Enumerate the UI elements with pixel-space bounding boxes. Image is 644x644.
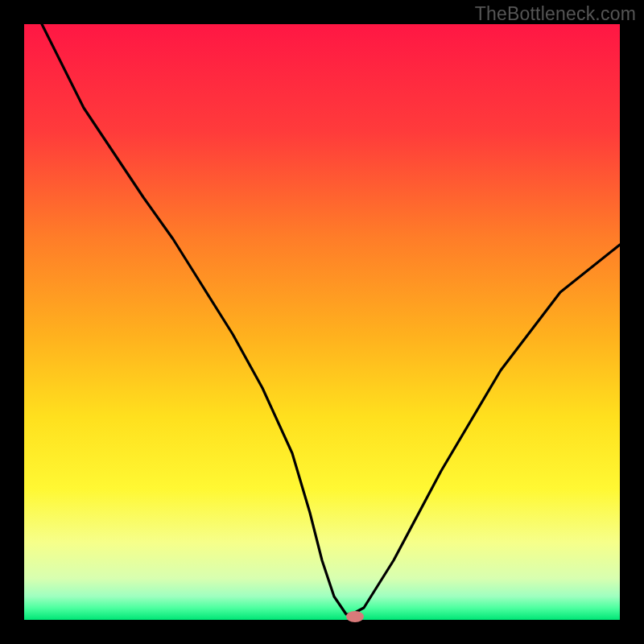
chart-svg (0, 0, 644, 644)
plot-background (24, 24, 620, 620)
watermark-text: TheBottleneck.com (475, 3, 636, 25)
chart-frame: TheBottleneck.com (0, 0, 644, 644)
optimal-marker (346, 611, 364, 622)
